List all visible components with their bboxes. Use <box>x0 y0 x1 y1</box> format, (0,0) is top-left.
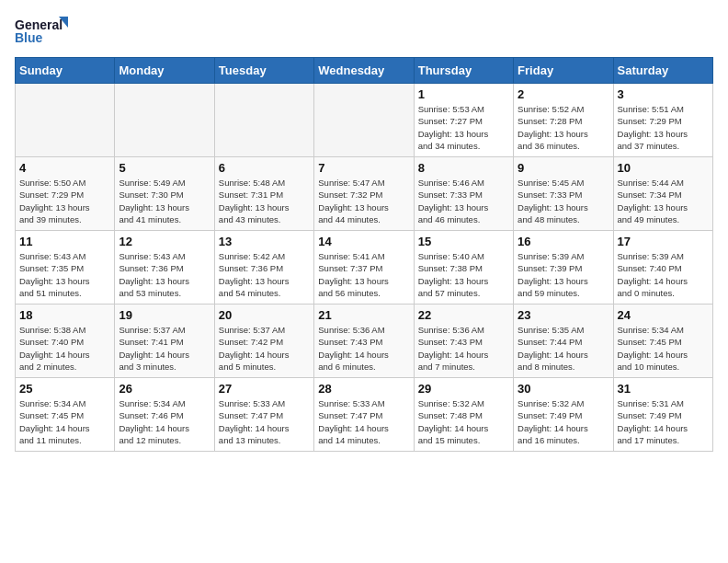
calendar-cell: 28Sunrise: 5:33 AM Sunset: 7:47 PM Dayli… <box>314 378 414 452</box>
day-number: 3 <box>618 87 709 101</box>
day-info: Sunrise: 5:32 AM Sunset: 7:49 PM Dayligh… <box>518 397 609 446</box>
day-info: Sunrise: 5:35 AM Sunset: 7:44 PM Dayligh… <box>518 324 609 373</box>
day-info: Sunrise: 5:32 AM Sunset: 7:48 PM Dayligh… <box>418 397 509 446</box>
week-row-4: 18Sunrise: 5:38 AM Sunset: 7:40 PM Dayli… <box>16 304 713 378</box>
calendar-cell: 22Sunrise: 5:36 AM Sunset: 7:43 PM Dayli… <box>414 304 513 378</box>
day-info: Sunrise: 5:31 AM Sunset: 7:49 PM Dayligh… <box>618 397 709 446</box>
weekday-header-row: SundayMondayTuesdayWednesdayThursdayFrid… <box>16 58 713 84</box>
calendar-cell: 31Sunrise: 5:31 AM Sunset: 7:49 PM Dayli… <box>613 378 712 452</box>
day-info: Sunrise: 5:44 AM Sunset: 7:34 PM Dayligh… <box>618 177 709 225</box>
calendar-cell: 1Sunrise: 5:53 AM Sunset: 7:27 PM Daylig… <box>414 84 513 157</box>
day-info: Sunrise: 5:43 AM Sunset: 7:35 PM Dayligh… <box>19 250 110 299</box>
calendar-cell: 21Sunrise: 5:36 AM Sunset: 7:43 PM Dayli… <box>314 304 414 378</box>
calendar-cell: 25Sunrise: 5:34 AM Sunset: 7:45 PM Dayli… <box>16 378 115 452</box>
calendar-cell: 7Sunrise: 5:47 AM Sunset: 7:32 PM Daylig… <box>314 157 414 231</box>
day-number: 20 <box>219 308 310 322</box>
calendar-cell: 26Sunrise: 5:34 AM Sunset: 7:46 PM Dayli… <box>115 378 214 452</box>
calendar-cell: 6Sunrise: 5:48 AM Sunset: 7:31 PM Daylig… <box>214 157 313 231</box>
week-row-3: 11Sunrise: 5:43 AM Sunset: 7:35 PM Dayli… <box>16 231 713 304</box>
day-number: 27 <box>219 382 310 396</box>
day-info: Sunrise: 5:34 AM Sunset: 7:45 PM Dayligh… <box>618 324 709 373</box>
day-number: 28 <box>318 382 409 396</box>
day-number: 16 <box>518 235 609 248</box>
day-number: 7 <box>318 161 409 175</box>
calendar-cell: 9Sunrise: 5:45 AM Sunset: 7:33 PM Daylig… <box>514 157 613 231</box>
day-number: 14 <box>318 235 409 248</box>
day-number: 13 <box>219 235 310 248</box>
day-number: 21 <box>318 308 409 322</box>
logo-svg: GeneralBlue <box>15 15 70 48</box>
day-info: Sunrise: 5:40 AM Sunset: 7:38 PM Dayligh… <box>418 250 509 299</box>
calendar-cell: 18Sunrise: 5:38 AM Sunset: 7:40 PM Dayli… <box>16 304 115 378</box>
weekday-header-saturday: Saturday <box>613 58 712 84</box>
calendar-cell: 3Sunrise: 5:51 AM Sunset: 7:29 PM Daylig… <box>613 84 712 157</box>
day-number: 11 <box>19 235 110 248</box>
calendar-cell: 10Sunrise: 5:44 AM Sunset: 7:34 PM Dayli… <box>613 157 712 231</box>
day-info: Sunrise: 5:39 AM Sunset: 7:40 PM Dayligh… <box>618 250 709 299</box>
calendar-cell: 27Sunrise: 5:33 AM Sunset: 7:47 PM Dayli… <box>214 378 313 452</box>
calendar-cell <box>214 84 313 157</box>
day-info: Sunrise: 5:49 AM Sunset: 7:30 PM Dayligh… <box>119 177 210 225</box>
day-number: 22 <box>418 308 509 322</box>
day-number: 10 <box>618 161 709 175</box>
day-number: 15 <box>418 235 509 248</box>
calendar-cell: 19Sunrise: 5:37 AM Sunset: 7:41 PM Dayli… <box>115 304 214 378</box>
calendar-cell: 17Sunrise: 5:39 AM Sunset: 7:40 PM Dayli… <box>613 231 712 304</box>
day-info: Sunrise: 5:39 AM Sunset: 7:39 PM Dayligh… <box>518 250 609 299</box>
day-info: Sunrise: 5:53 AM Sunset: 7:27 PM Dayligh… <box>418 103 509 152</box>
day-info: Sunrise: 5:33 AM Sunset: 7:47 PM Dayligh… <box>318 397 409 446</box>
day-number: 17 <box>618 235 709 248</box>
page-header: GeneralBlue <box>15 15 713 48</box>
calendar-cell: 11Sunrise: 5:43 AM Sunset: 7:35 PM Dayli… <box>16 231 115 304</box>
day-number: 19 <box>119 308 210 322</box>
day-info: Sunrise: 5:45 AM Sunset: 7:33 PM Dayligh… <box>518 177 609 225</box>
day-info: Sunrise: 5:52 AM Sunset: 7:28 PM Dayligh… <box>518 103 609 152</box>
day-info: Sunrise: 5:38 AM Sunset: 7:40 PM Dayligh… <box>19 324 110 373</box>
day-number: 24 <box>618 308 709 322</box>
calendar-cell <box>115 84 214 157</box>
day-number: 30 <box>518 382 609 396</box>
calendar-cell: 2Sunrise: 5:52 AM Sunset: 7:28 PM Daylig… <box>514 84 613 157</box>
day-info: Sunrise: 5:50 AM Sunset: 7:29 PM Dayligh… <box>19 177 110 225</box>
day-info: Sunrise: 5:51 AM Sunset: 7:29 PM Dayligh… <box>618 103 709 152</box>
calendar-cell <box>314 84 414 157</box>
calendar-cell: 5Sunrise: 5:49 AM Sunset: 7:30 PM Daylig… <box>115 157 214 231</box>
calendar-cell: 8Sunrise: 5:46 AM Sunset: 7:33 PM Daylig… <box>414 157 513 231</box>
day-number: 25 <box>19 382 110 396</box>
calendar-cell: 16Sunrise: 5:39 AM Sunset: 7:39 PM Dayli… <box>514 231 613 304</box>
day-info: Sunrise: 5:33 AM Sunset: 7:47 PM Dayligh… <box>219 397 310 446</box>
week-row-2: 4Sunrise: 5:50 AM Sunset: 7:29 PM Daylig… <box>16 157 713 231</box>
day-info: Sunrise: 5:34 AM Sunset: 7:46 PM Dayligh… <box>119 397 210 446</box>
calendar-cell: 13Sunrise: 5:42 AM Sunset: 7:36 PM Dayli… <box>214 231 313 304</box>
day-info: Sunrise: 5:48 AM Sunset: 7:31 PM Dayligh… <box>219 177 310 225</box>
weekday-header-wednesday: Wednesday <box>314 58 414 84</box>
day-number: 12 <box>119 235 210 248</box>
day-info: Sunrise: 5:42 AM Sunset: 7:36 PM Dayligh… <box>219 250 310 299</box>
day-info: Sunrise: 5:37 AM Sunset: 7:42 PM Dayligh… <box>219 324 310 373</box>
day-info: Sunrise: 5:34 AM Sunset: 7:45 PM Dayligh… <box>19 397 110 446</box>
day-number: 23 <box>518 308 609 322</box>
calendar-cell: 20Sunrise: 5:37 AM Sunset: 7:42 PM Dayli… <box>214 304 313 378</box>
day-number: 29 <box>418 382 509 396</box>
day-info: Sunrise: 5:47 AM Sunset: 7:32 PM Dayligh… <box>318 177 409 225</box>
calendar-cell <box>16 84 115 157</box>
day-info: Sunrise: 5:36 AM Sunset: 7:43 PM Dayligh… <box>318 324 409 373</box>
day-number: 4 <box>19 161 110 175</box>
day-number: 1 <box>418 87 509 101</box>
day-number: 9 <box>518 161 609 175</box>
calendar-table: SundayMondayTuesdayWednesdayThursdayFrid… <box>15 57 713 452</box>
day-info: Sunrise: 5:43 AM Sunset: 7:36 PM Dayligh… <box>119 250 210 299</box>
day-number: 2 <box>518 87 609 101</box>
day-number: 18 <box>19 308 110 322</box>
weekday-header-thursday: Thursday <box>414 58 513 84</box>
day-number: 26 <box>119 382 210 396</box>
week-row-5: 25Sunrise: 5:34 AM Sunset: 7:45 PM Dayli… <box>16 378 713 452</box>
calendar-cell: 15Sunrise: 5:40 AM Sunset: 7:38 PM Dayli… <box>414 231 513 304</box>
day-number: 5 <box>119 161 210 175</box>
day-info: Sunrise: 5:41 AM Sunset: 7:37 PM Dayligh… <box>318 250 409 299</box>
day-info: Sunrise: 5:37 AM Sunset: 7:41 PM Dayligh… <box>119 324 210 373</box>
calendar-cell: 4Sunrise: 5:50 AM Sunset: 7:29 PM Daylig… <box>16 157 115 231</box>
day-number: 8 <box>418 161 509 175</box>
day-number: 31 <box>618 382 709 396</box>
calendar-cell: 12Sunrise: 5:43 AM Sunset: 7:36 PM Dayli… <box>115 231 214 304</box>
